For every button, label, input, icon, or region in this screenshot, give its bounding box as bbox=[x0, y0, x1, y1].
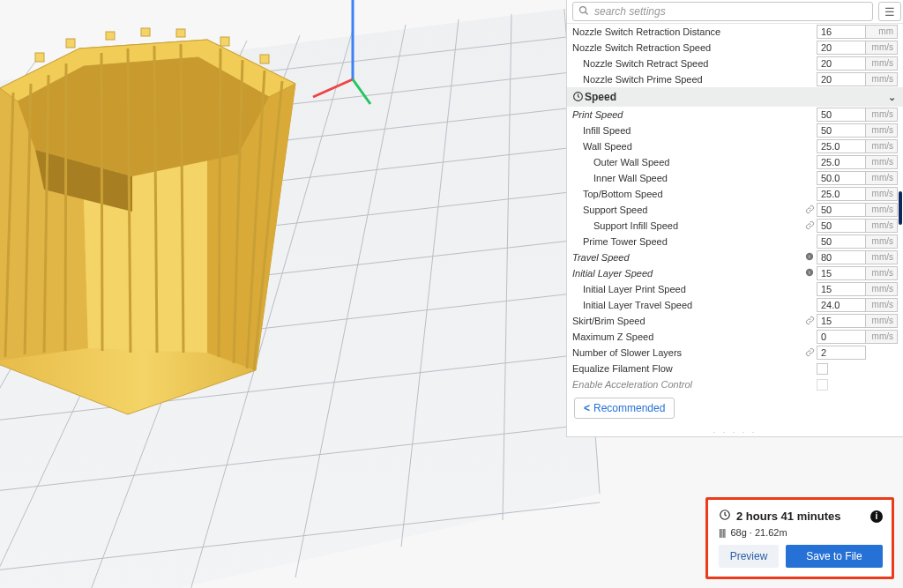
setting-row: Maximum Z Speed0mm/s bbox=[567, 329, 903, 345]
svg-point-54 bbox=[580, 6, 586, 12]
setting-label: Nozzle Switch Retraction Distance bbox=[572, 24, 802, 40]
setting-row: Initial Layer Travel Speed24.0mm/s bbox=[567, 297, 903, 313]
info-icon[interactable]: i bbox=[870, 510, 883, 523]
link-icon bbox=[802, 205, 817, 216]
setting-label: Outer Wall Speed bbox=[593, 154, 802, 170]
setting-label: Maximum Z Speed bbox=[572, 329, 802, 345]
chevron-down-icon: ⌄ bbox=[888, 92, 896, 103]
search-icon bbox=[578, 5, 589, 19]
setting-value-input[interactable]: 16 bbox=[817, 25, 866, 39]
setting-label: Top/Bottom Speed bbox=[583, 186, 802, 202]
setting-label: Skirt/Brim Speed bbox=[572, 313, 802, 329]
svg-rect-47 bbox=[35, 53, 44, 62]
settings-list[interactable]: Nozzle Switch Retraction Distance16mmNoz… bbox=[567, 24, 903, 392]
setting-row: Print Speed50mm/s bbox=[567, 107, 903, 123]
setting-value-input[interactable]: 50 bbox=[817, 219, 866, 233]
category-speed-header[interactable]: Speed⌄ bbox=[567, 87, 903, 107]
setting-label: Nozzle Switch Retraction Speed bbox=[572, 40, 802, 56]
link-icon bbox=[802, 347, 817, 359]
setting-value-input[interactable]: 50 bbox=[817, 108, 866, 122]
setting-unit: mm/s bbox=[866, 139, 898, 153]
svg-text:i: i bbox=[809, 254, 810, 259]
setting-label: Inner Wall Speed bbox=[593, 170, 802, 186]
setting-row: Equalize Filament Flow bbox=[567, 361, 903, 376]
setting-label: Number of Slower Layers bbox=[572, 345, 802, 361]
setting-unit: mm/s bbox=[866, 314, 898, 328]
preview-button[interactable]: Preview bbox=[719, 545, 779, 568]
setting-value-input[interactable]: 15 bbox=[817, 282, 866, 296]
scrollbar-thumb[interactable] bbox=[899, 191, 902, 225]
estimate-time: 2 hours 41 minutes bbox=[736, 510, 865, 523]
setting-row: Outer Wall Speed25.0mm/s bbox=[567, 154, 903, 170]
svg-rect-49 bbox=[106, 32, 115, 40]
setting-label: Initial Layer Travel Speed bbox=[583, 297, 802, 313]
setting-value-input[interactable]: 20 bbox=[817, 56, 866, 71]
setting-row: Nozzle Switch Prime Speed20mm/s bbox=[567, 71, 903, 87]
speed-icon bbox=[572, 91, 584, 104]
setting-unit: mm/s bbox=[866, 56, 898, 71]
setting-row: Support Infill Speed50mm/s bbox=[567, 218, 903, 234]
setting-row: Wall Speed25.0mm/s bbox=[567, 138, 903, 154]
svg-rect-50 bbox=[141, 28, 150, 36]
setting-checkbox[interactable] bbox=[817, 379, 828, 391]
recommended-label: Recommended bbox=[593, 402, 665, 414]
setting-unit: mm/s bbox=[866, 171, 898, 185]
setting-value-input[interactable]: 50 bbox=[817, 203, 866, 217]
setting-value-input[interactable]: 2 bbox=[817, 346, 866, 360]
info-dot-icon: i bbox=[802, 252, 817, 263]
setting-unit: mm/s bbox=[866, 72, 898, 86]
recommended-mode-button[interactable]: < Recommended bbox=[574, 398, 675, 419]
save-to-file-button[interactable]: Save to File bbox=[786, 545, 883, 568]
setting-label: Support Infill Speed bbox=[593, 218, 802, 234]
setting-checkbox[interactable] bbox=[817, 363, 828, 375]
setting-row: Infill Speed50mm/s bbox=[567, 123, 903, 138]
setting-unit: mm/s bbox=[866, 298, 898, 312]
setting-value-input[interactable]: 24.0 bbox=[817, 298, 866, 312]
svg-line-43 bbox=[219, 48, 220, 357]
setting-label: Enable Acceleration Control bbox=[572, 376, 802, 392]
setting-value-input[interactable]: 0 bbox=[817, 330, 866, 344]
setting-row: Top/Bottom Speed25.0mm/s bbox=[567, 186, 903, 202]
search-settings-input[interactable]: search settings bbox=[572, 2, 873, 21]
setting-value-input[interactable]: 20 bbox=[817, 72, 866, 86]
setting-row: Inner Wall Speed50.0mm/s bbox=[567, 170, 903, 186]
setting-label: Infill Speed bbox=[583, 123, 802, 138]
setting-row: Prime Tower Speed50mm/s bbox=[567, 234, 903, 249]
setting-value-input[interactable]: 80 bbox=[817, 250, 866, 264]
panel-resize-handle[interactable]: · · · · · bbox=[567, 428, 903, 436]
link-icon bbox=[802, 220, 817, 232]
setting-unit: mm/s bbox=[866, 41, 898, 55]
search-placeholder: search settings bbox=[594, 5, 666, 18]
setting-unit: mm/s bbox=[866, 250, 898, 264]
setting-label: Print Speed bbox=[572, 107, 802, 123]
preview-label: Preview bbox=[730, 550, 768, 562]
setting-value-input[interactable]: 15 bbox=[817, 266, 866, 280]
setting-unit: mm/s bbox=[866, 266, 898, 280]
setting-value-input[interactable]: 25.0 bbox=[817, 155, 866, 169]
settings-menu-button[interactable]: ☰ bbox=[878, 2, 901, 21]
filament-icon: |||| bbox=[719, 527, 725, 538]
setting-row: Nozzle Switch Retraction Speed20mm/s bbox=[567, 40, 903, 56]
svg-rect-48 bbox=[66, 39, 75, 48]
setting-row: Initial Layer Print Speed15mm/s bbox=[567, 281, 903, 297]
setting-value-input[interactable]: 50 bbox=[817, 123, 866, 138]
setting-value-input[interactable]: 15 bbox=[817, 314, 866, 328]
save-label: Save to File bbox=[806, 550, 862, 562]
setting-value-input[interactable]: 25.0 bbox=[817, 139, 866, 153]
setting-unit: mm/s bbox=[866, 219, 898, 233]
setting-row: Number of Slower Layers2 bbox=[567, 345, 903, 361]
setting-label: Nozzle Switch Retract Speed bbox=[583, 56, 802, 71]
setting-unit: mm/s bbox=[866, 282, 898, 296]
setting-value-input[interactable]: 50.0 bbox=[817, 171, 866, 185]
svg-rect-51 bbox=[176, 29, 185, 37]
setting-value-input[interactable]: 50 bbox=[817, 234, 866, 249]
category-label: Speed bbox=[585, 91, 616, 103]
svg-line-38 bbox=[65, 63, 66, 351]
setting-value-input[interactable]: 20 bbox=[817, 41, 866, 55]
setting-value-input[interactable]: 25.0 bbox=[817, 187, 866, 201]
setting-row: Skirt/Brim Speed15mm/s bbox=[567, 313, 903, 329]
hamburger-icon: ☰ bbox=[884, 5, 895, 19]
setting-row: Enable Acceleration Control bbox=[567, 376, 903, 392]
setting-unit: mm/s bbox=[866, 187, 898, 201]
setting-unit: mm/s bbox=[866, 123, 898, 138]
